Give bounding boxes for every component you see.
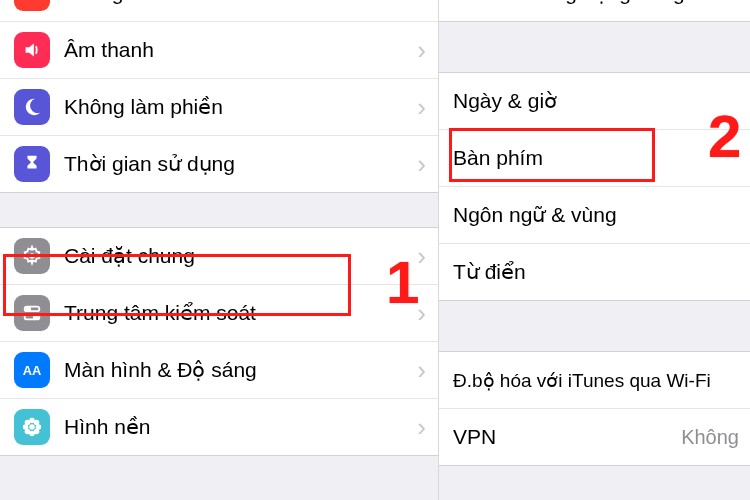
row-dictionary[interactable]: Từ điển <box>439 243 750 300</box>
row-label: Màn hình & Độ sáng <box>64 358 413 382</box>
row-label: Ngôn ngữ & vùng <box>453 203 743 227</box>
gear-icon <box>14 238 50 274</box>
sound-icon <box>14 32 50 68</box>
row-screentime[interactable]: Thời gian sử dụng › <box>0 135 438 192</box>
row-label: VPN <box>453 425 681 449</box>
row-label: Trung tâm kiểm soát <box>64 301 413 325</box>
row-label: Từ điển <box>453 260 743 284</box>
svg-point-15 <box>34 429 40 435</box>
svg-point-1 <box>29 253 35 259</box>
dnd-icon <box>14 89 50 125</box>
chevron-right-icon: › <box>413 412 430 443</box>
row-display[interactable]: AA Màn hình & Độ sáng › <box>0 341 438 398</box>
svg-point-14 <box>25 429 31 435</box>
row-keyboard[interactable]: Bàn phím <box>439 129 750 186</box>
notif-icon <box>14 0 50 11</box>
svg-point-7 <box>29 424 35 430</box>
svg-point-13 <box>34 420 40 426</box>
svg-point-12 <box>25 420 31 426</box>
chevron-right-icon: › <box>413 35 430 66</box>
row-general[interactable]: Cài đặt chung › <box>0 228 438 284</box>
chevron-right-icon: › <box>413 92 430 123</box>
row-label: Hình nền <box>64 415 413 439</box>
brightness-icon: AA <box>14 352 50 388</box>
row-label: Cài đặt chung <box>64 244 413 268</box>
row-label: Bàn phím <box>453 146 743 170</box>
row-label: Làm mới ứng dụng trong nền <box>453 0 743 5</box>
chevron-right-icon: › <box>413 355 430 386</box>
row-vpn[interactable]: VPN Không <box>439 408 750 465</box>
row-sounds[interactable]: Âm thanh › <box>0 21 438 78</box>
row-dnd[interactable]: Không làm phiền › <box>0 78 438 135</box>
hourglass-icon <box>14 146 50 182</box>
row-controlcenter[interactable]: Trung tâm kiểm soát › <box>0 284 438 341</box>
toggles-icon <box>14 295 50 331</box>
row-itunes-sync[interactable]: Đ.bộ hóa với iTunes qua Wi-Fi <box>439 352 750 408</box>
svg-point-3 <box>27 307 31 311</box>
row-label: Thời gian sử dụng <box>64 152 413 176</box>
row-language-region[interactable]: Ngôn ngữ & vùng <box>439 186 750 243</box>
chevron-right-icon: › <box>413 241 430 272</box>
flower-icon <box>14 409 50 445</box>
chevron-right-icon: › <box>413 0 430 9</box>
row-datetime[interactable]: Ngày & giờ <box>439 73 750 129</box>
row-label: Ngày & giờ <box>453 89 743 113</box>
svg-point-5 <box>34 315 38 319</box>
chevron-right-icon: › <box>413 149 430 180</box>
row-label: Không làm phiền <box>64 95 413 119</box>
row-background-refresh[interactable]: Làm mới ứng dụng trong nền <box>439 0 750 21</box>
row-label: Âm thanh <box>64 38 413 62</box>
svg-text:AA: AA <box>23 363 42 378</box>
general-settings-pane: Làm mới ứng dụng trong nền Ngày & giờ Bà… <box>438 0 750 500</box>
chevron-right-icon: › <box>413 298 430 329</box>
row-wallpaper[interactable]: Hình nền › <box>0 398 438 455</box>
row-notifications[interactable]: Thông báo › <box>0 0 438 21</box>
settings-root-pane: Thông báo › Âm thanh › Không làm phiền ›… <box>0 0 438 500</box>
row-label: Thông báo <box>64 0 413 5</box>
row-value: Không <box>681 426 743 449</box>
row-label: Đ.bộ hóa với iTunes qua Wi-Fi <box>453 369 743 392</box>
